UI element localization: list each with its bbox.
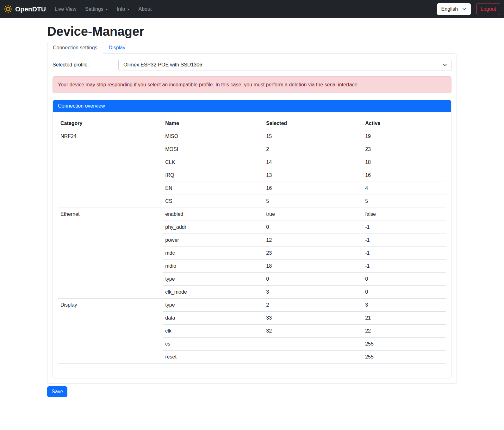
name-cell: clk_mode bbox=[163, 286, 264, 299]
table-row: Ethernetenabledtruefalse bbox=[58, 208, 446, 221]
selected-cell: true bbox=[264, 208, 363, 221]
incompatible-profile-alert: Your device may stop responding if you s… bbox=[53, 76, 451, 93]
category-cell-ethernet: Ethernet bbox=[58, 208, 163, 299]
category-cell-nrf24: NRF24 bbox=[58, 130, 163, 208]
main-container: Device-Manager Connection settingsDispla… bbox=[47, 24, 457, 397]
active-cell: 0 bbox=[363, 273, 446, 286]
selected-cell: 13 bbox=[264, 169, 363, 182]
category-cell-display: Display bbox=[58, 299, 163, 364]
top-navbar: OpenDTU Live ViewSettingsInfoAbout Engli… bbox=[0, 0, 504, 18]
active-cell: false bbox=[363, 208, 446, 221]
active-cell: 22 bbox=[363, 325, 446, 338]
column-header-active: Active bbox=[363, 117, 446, 130]
active-cell: 16 bbox=[363, 169, 446, 182]
connection-overview-header: Connection overview bbox=[53, 100, 451, 112]
profile-select[interactable]: Olimex ESP32-POE with SSD1306 bbox=[118, 59, 451, 71]
selected-cell: 12 bbox=[264, 234, 363, 247]
name-cell: MOSI bbox=[163, 143, 264, 156]
connection-overview-table: CategoryNameSelectedActive NRF24MISO1519… bbox=[58, 117, 446, 364]
nav-item-settings[interactable]: Settings bbox=[81, 4, 112, 15]
nav-item-about[interactable]: About bbox=[134, 4, 156, 15]
active-cell: 21 bbox=[363, 312, 446, 325]
name-cell: CLK bbox=[163, 156, 264, 169]
selected-cell: 15 bbox=[264, 130, 363, 143]
table-row: NRF24MISO1519 bbox=[58, 130, 446, 143]
name-cell: IRQ bbox=[163, 169, 264, 182]
active-cell: 23 bbox=[363, 143, 446, 156]
name-cell: mdio bbox=[163, 260, 264, 273]
selected-cell: 32 bbox=[264, 325, 363, 338]
active-cell: 5 bbox=[363, 195, 446, 208]
tab-connection-settings[interactable]: Connection settings bbox=[47, 42, 103, 54]
profile-select-value: Olimex ESP32-POE with SSD1306 bbox=[123, 62, 202, 68]
table-row: Displaytype23 bbox=[58, 299, 446, 312]
active-cell: -1 bbox=[363, 234, 446, 247]
name-cell: enabled bbox=[163, 208, 264, 221]
page-title: Device-Manager bbox=[47, 24, 457, 39]
name-cell: phy_addr bbox=[163, 221, 264, 234]
tab-bar: Connection settingsDisplay bbox=[47, 42, 457, 53]
selected-cell: 3 bbox=[264, 286, 363, 299]
profile-label: Selected profile: bbox=[53, 62, 118, 68]
brand-label: OpenDTU bbox=[15, 5, 46, 13]
name-cell: data bbox=[163, 312, 264, 325]
selected-cell: 23 bbox=[264, 247, 363, 260]
name-cell: CS bbox=[163, 195, 264, 208]
selected-cell bbox=[264, 351, 363, 364]
active-cell: -1 bbox=[363, 260, 446, 273]
save-button[interactable]: Save bbox=[47, 386, 67, 397]
table-header-row: CategoryNameSelectedActive bbox=[58, 117, 446, 130]
active-cell: 19 bbox=[363, 130, 446, 143]
connection-overview-card: Connection overview CategoryNameSelected… bbox=[53, 100, 451, 378]
logout-button[interactable]: Logout bbox=[476, 3, 500, 15]
selected-cell: 0 bbox=[264, 273, 363, 286]
connection-overview-body: CategoryNameSelectedActive NRF24MISO1519… bbox=[53, 112, 451, 378]
selected-cell: 0 bbox=[264, 221, 363, 234]
active-cell: 0 bbox=[363, 286, 446, 299]
active-cell: 4 bbox=[363, 182, 446, 195]
name-cell: power bbox=[163, 234, 264, 247]
column-header-name: Name bbox=[163, 117, 264, 130]
selected-cell: 5 bbox=[264, 195, 363, 208]
name-cell: mdc bbox=[163, 247, 264, 260]
language-select[interactable]: English bbox=[437, 3, 471, 15]
sun-icon bbox=[4, 5, 12, 13]
active-cell: 3 bbox=[363, 299, 446, 312]
column-header-selected: Selected bbox=[264, 117, 363, 130]
selected-cell bbox=[264, 338, 363, 351]
chevron-down-icon bbox=[443, 63, 447, 68]
name-cell: type bbox=[163, 273, 264, 286]
selected-cell: 2 bbox=[264, 143, 363, 156]
name-cell: EN bbox=[163, 182, 264, 195]
chevron-down-icon bbox=[462, 7, 466, 11]
name-cell: clk bbox=[163, 325, 264, 338]
profile-row: Selected profile: Olimex ESP32-POE with … bbox=[53, 59, 451, 71]
name-cell: MISO bbox=[163, 130, 264, 143]
selected-cell: 2 bbox=[264, 299, 363, 312]
name-cell: type bbox=[163, 299, 264, 312]
nav-links: Live ViewSettingsInfoAbout bbox=[50, 4, 156, 15]
active-cell: 18 bbox=[363, 156, 446, 169]
navbar-right: English Logout bbox=[437, 3, 500, 15]
name-cell: reset bbox=[163, 351, 264, 364]
active-cell: 255 bbox=[363, 338, 446, 351]
active-cell: -1 bbox=[363, 247, 446, 260]
active-cell: 255 bbox=[363, 351, 446, 364]
brand-link[interactable]: OpenDTU bbox=[4, 5, 46, 13]
nav-item-live-view[interactable]: Live View bbox=[50, 4, 81, 15]
tab-display[interactable]: Display bbox=[103, 42, 131, 54]
selected-cell: 33 bbox=[264, 312, 363, 325]
language-select-value: English bbox=[441, 6, 458, 12]
selected-cell: 18 bbox=[264, 260, 363, 273]
column-header-category: Category bbox=[58, 117, 163, 130]
caret-down-icon bbox=[105, 9, 108, 10]
selected-cell: 16 bbox=[264, 182, 363, 195]
active-cell: -1 bbox=[363, 221, 446, 234]
caret-down-icon bbox=[127, 9, 130, 10]
nav-item-info[interactable]: Info bbox=[112, 4, 134, 15]
selected-cell: 14 bbox=[264, 156, 363, 169]
name-cell: cs bbox=[163, 338, 264, 351]
settings-card: Selected profile: Olimex ESP32-POE with … bbox=[47, 53, 457, 384]
